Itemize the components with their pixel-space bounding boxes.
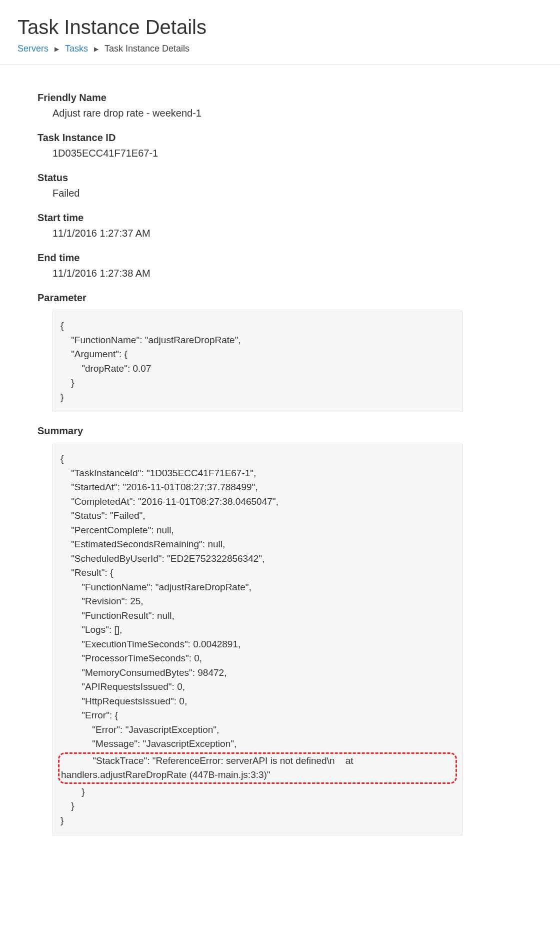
breadcrumb: Servers ▶ Tasks ▶ Task Instance Details xyxy=(18,42,542,54)
value-friendly-name: Adjust rare drop rate - weekend-1 xyxy=(38,104,522,119)
label-friendly-name: Friendly Name xyxy=(38,92,522,104)
value-status: Failed xyxy=(38,184,522,199)
label-task-instance-id: Task Instance ID xyxy=(38,132,522,144)
page-title: Task Instance Details xyxy=(18,5,542,42)
label-status: Status xyxy=(38,172,522,184)
label-parameter: Parameter xyxy=(38,292,522,304)
summary-error-highlight: "StackTrace": "ReferenceError: serverAPI… xyxy=(58,752,457,784)
label-end-time: End time xyxy=(38,252,522,264)
label-start-time: Start time xyxy=(38,212,522,224)
chevron-right-icon: ▶ xyxy=(94,46,98,53)
label-summary: Summary xyxy=(38,425,522,437)
value-task-instance-id: 1D035ECC41F71E67-1 xyxy=(38,144,522,159)
summary-post: } } } xyxy=(60,786,85,825)
breadcrumb-tasks[interactable]: Tasks xyxy=(65,44,88,54)
chevron-right-icon: ▶ xyxy=(54,46,59,53)
summary-pre: { "TaskInstanceId": "1D035ECC41F71E67-1"… xyxy=(60,453,278,749)
summary-code-block: { "TaskInstanceId": "1D035ECC41F71E67-1"… xyxy=(52,444,462,835)
breadcrumb-current: Task Instance Details xyxy=(104,44,190,54)
breadcrumb-servers[interactable]: Servers xyxy=(18,44,48,54)
value-end-time: 11/1/2016 1:27:38 AM xyxy=(38,264,522,279)
parameter-code-block: { "FunctionName": "adjustRareDropRate", … xyxy=(52,311,462,412)
value-start-time: 11/1/2016 1:27:37 AM xyxy=(38,224,522,239)
